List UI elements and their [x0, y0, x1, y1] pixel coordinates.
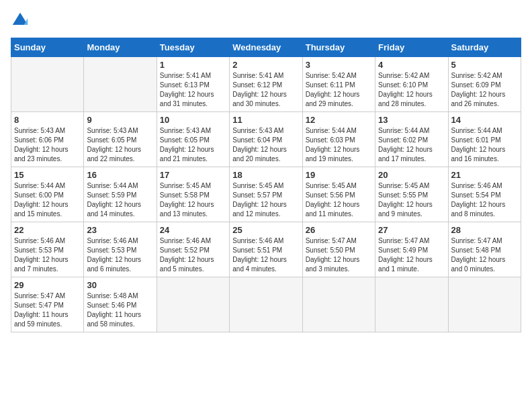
page-header — [11, 11, 521, 30]
calendar-cell — [157, 277, 229, 332]
calendar-week-3: 15Sunrise: 5:44 AMSunset: 6:00 PMDayligh… — [11, 167, 521, 222]
calendar-cell: 14Sunrise: 5:44 AMSunset: 6:01 PMDayligh… — [448, 112, 521, 167]
calendar-cell — [11, 57, 84, 112]
calendar-cell: 2Sunrise: 5:41 AMSunset: 6:12 PMDaylight… — [230, 57, 302, 112]
calendar-cell: 17Sunrise: 5:45 AMSunset: 5:58 PMDayligh… — [157, 167, 229, 222]
day-number: 12 — [306, 115, 372, 125]
calendar-cell — [230, 277, 302, 332]
day-number: 18 — [232, 170, 299, 180]
day-number: 27 — [378, 225, 445, 235]
cell-info: Sunrise: 5:43 AMSunset: 6:05 PMDaylight:… — [160, 127, 214, 163]
calendar-cell: 11Sunrise: 5:43 AMSunset: 6:04 PMDayligh… — [230, 112, 302, 167]
calendar-cell: 28Sunrise: 5:47 AMSunset: 5:48 PMDayligh… — [448, 222, 521, 277]
calendar-cell: 9Sunrise: 5:43 AMSunset: 6:05 PMDaylight… — [84, 112, 157, 167]
day-number: 13 — [378, 115, 445, 125]
calendar-cell: 21Sunrise: 5:46 AMSunset: 5:54 PMDayligh… — [448, 167, 521, 222]
calendar-week-4: 22Sunrise: 5:46 AMSunset: 5:53 PMDayligh… — [11, 222, 521, 277]
cell-info: Sunrise: 5:45 AMSunset: 5:55 PMDaylight:… — [378, 182, 433, 218]
weekday-header-row: SundayMondayTuesdayWednesdayThursdayFrid… — [11, 38, 521, 57]
calendar-cell: 24Sunrise: 5:46 AMSunset: 5:52 PMDayligh… — [157, 222, 229, 277]
calendar-week-5: 29Sunrise: 5:47 AMSunset: 5:47 PMDayligh… — [11, 277, 521, 332]
calendar-cell: 5Sunrise: 5:42 AMSunset: 6:09 PMDaylight… — [448, 57, 521, 112]
cell-info: Sunrise: 5:45 AMSunset: 5:57 PMDaylight:… — [232, 182, 287, 218]
calendar-table: SundayMondayTuesdayWednesdayThursdayFrid… — [11, 38, 521, 332]
weekday-header-monday: Monday — [84, 38, 157, 57]
day-number: 14 — [451, 115, 518, 125]
cell-info: Sunrise: 5:44 AMSunset: 6:00 PMDaylight:… — [14, 182, 69, 218]
calendar-cell: 27Sunrise: 5:47 AMSunset: 5:49 PMDayligh… — [375, 222, 448, 277]
day-number: 20 — [378, 170, 445, 180]
calendar-cell — [375, 277, 448, 332]
calendar-cell: 12Sunrise: 5:44 AMSunset: 6:03 PMDayligh… — [302, 112, 375, 167]
weekday-header-saturday: Saturday — [448, 38, 521, 57]
calendar-cell: 29Sunrise: 5:47 AMSunset: 5:47 PMDayligh… — [11, 277, 84, 332]
cell-info: Sunrise: 5:42 AMSunset: 6:09 PMDaylight:… — [451, 72, 506, 107]
day-number: 29 — [14, 280, 81, 290]
day-number: 16 — [87, 170, 153, 180]
cell-info: Sunrise: 5:47 AMSunset: 5:49 PMDaylight:… — [378, 237, 433, 273]
day-number: 17 — [160, 170, 226, 180]
calendar-cell: 4Sunrise: 5:42 AMSunset: 6:10 PMDaylight… — [375, 57, 448, 112]
day-number: 28 — [451, 225, 518, 235]
day-number: 30 — [87, 280, 153, 290]
weekday-header-sunday: Sunday — [11, 38, 84, 57]
cell-info: Sunrise: 5:42 AMSunset: 6:10 PMDaylight:… — [378, 72, 433, 107]
day-number: 24 — [160, 225, 226, 235]
day-number: 5 — [451, 60, 518, 70]
day-number: 15 — [14, 170, 81, 180]
day-number: 25 — [232, 225, 299, 235]
day-number: 9 — [87, 115, 153, 125]
weekday-header-friday: Friday — [375, 38, 448, 57]
cell-info: Sunrise: 5:46 AMSunset: 5:52 PMDaylight:… — [160, 237, 214, 273]
day-number: 21 — [451, 170, 518, 180]
cell-info: Sunrise: 5:42 AMSunset: 6:11 PMDaylight:… — [306, 72, 360, 107]
cell-info: Sunrise: 5:44 AMSunset: 5:59 PMDaylight:… — [87, 182, 141, 218]
calendar-cell: 10Sunrise: 5:43 AMSunset: 6:05 PMDayligh… — [157, 112, 229, 167]
calendar-week-2: 8Sunrise: 5:43 AMSunset: 6:06 PMDaylight… — [11, 112, 521, 167]
cell-info: Sunrise: 5:41 AMSunset: 6:12 PMDaylight:… — [232, 72, 287, 107]
cell-info: Sunrise: 5:44 AMSunset: 6:01 PMDaylight:… — [451, 127, 506, 163]
day-number: 23 — [87, 225, 153, 235]
day-number: 4 — [378, 60, 445, 70]
day-number: 10 — [160, 115, 226, 125]
cell-info: Sunrise: 5:48 AMSunset: 5:46 PMDaylight:… — [87, 292, 141, 328]
calendar-cell — [302, 277, 375, 332]
day-number: 2 — [232, 60, 299, 70]
cell-info: Sunrise: 5:45 AMSunset: 5:56 PMDaylight:… — [306, 182, 360, 218]
calendar-cell: 22Sunrise: 5:46 AMSunset: 5:53 PMDayligh… — [11, 222, 84, 277]
cell-info: Sunrise: 5:46 AMSunset: 5:53 PMDaylight:… — [14, 237, 69, 273]
cell-info: Sunrise: 5:43 AMSunset: 6:04 PMDaylight:… — [232, 127, 287, 163]
calendar-cell: 19Sunrise: 5:45 AMSunset: 5:56 PMDayligh… — [302, 167, 375, 222]
calendar-cell: 3Sunrise: 5:42 AMSunset: 6:11 PMDaylight… — [302, 57, 375, 112]
cell-info: Sunrise: 5:41 AMSunset: 6:13 PMDaylight:… — [160, 72, 214, 107]
day-number: 22 — [14, 225, 81, 235]
cell-info: Sunrise: 5:47 AMSunset: 5:48 PMDaylight:… — [451, 237, 506, 273]
weekday-header-thursday: Thursday — [302, 38, 375, 57]
day-number: 11 — [232, 115, 299, 125]
cell-info: Sunrise: 5:47 AMSunset: 5:50 PMDaylight:… — [306, 237, 360, 273]
calendar-cell — [84, 57, 157, 112]
cell-info: Sunrise: 5:44 AMSunset: 6:02 PMDaylight:… — [378, 127, 433, 163]
cell-info: Sunrise: 5:46 AMSunset: 5:53 PMDaylight:… — [87, 237, 141, 273]
calendar-cell: 1Sunrise: 5:41 AMSunset: 6:13 PMDaylight… — [157, 57, 229, 112]
cell-info: Sunrise: 5:45 AMSunset: 5:58 PMDaylight:… — [160, 182, 214, 218]
weekday-header-tuesday: Tuesday — [157, 38, 229, 57]
logo-icon — [11, 11, 30, 30]
day-number: 1 — [160, 60, 226, 70]
calendar-cell: 15Sunrise: 5:44 AMSunset: 6:00 PMDayligh… — [11, 167, 84, 222]
calendar-cell: 8Sunrise: 5:43 AMSunset: 6:06 PMDaylight… — [11, 112, 84, 167]
cell-info: Sunrise: 5:46 AMSunset: 5:51 PMDaylight:… — [232, 237, 287, 273]
calendar-cell: 25Sunrise: 5:46 AMSunset: 5:51 PMDayligh… — [230, 222, 302, 277]
logo — [11, 11, 32, 30]
calendar-cell: 23Sunrise: 5:46 AMSunset: 5:53 PMDayligh… — [84, 222, 157, 277]
calendar-cell — [448, 277, 521, 332]
weekday-header-wednesday: Wednesday — [230, 38, 302, 57]
day-number: 26 — [306, 225, 372, 235]
calendar-cell: 20Sunrise: 5:45 AMSunset: 5:55 PMDayligh… — [375, 167, 448, 222]
cell-info: Sunrise: 5:44 AMSunset: 6:03 PMDaylight:… — [306, 127, 360, 163]
calendar-week-1: 1Sunrise: 5:41 AMSunset: 6:13 PMDaylight… — [11, 57, 521, 112]
calendar-cell: 16Sunrise: 5:44 AMSunset: 5:59 PMDayligh… — [84, 167, 157, 222]
cell-info: Sunrise: 5:43 AMSunset: 6:05 PMDaylight:… — [87, 127, 141, 163]
calendar-cell: 18Sunrise: 5:45 AMSunset: 5:57 PMDayligh… — [230, 167, 302, 222]
cell-info: Sunrise: 5:46 AMSunset: 5:54 PMDaylight:… — [451, 182, 506, 218]
